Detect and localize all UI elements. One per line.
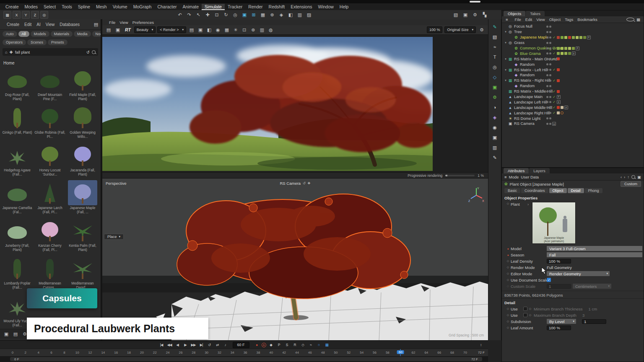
animate-diamond-icon[interactable]: ◇ — [505, 278, 511, 282]
asset-sort-icon[interactable]: ▤ — [12, 330, 19, 338]
redshift-material-tag[interactable] — [557, 90, 560, 93]
camera-move-icon[interactable]: ✚ — [308, 181, 311, 185]
go-to-end-button[interactable]: ▶| — [198, 342, 205, 348]
spline-icon[interactable]: ≈ — [491, 44, 499, 50]
aov-icon[interactable]: ▥ — [258, 26, 266, 34]
axis-gizmo[interactable]: Y X Z — [468, 186, 485, 203]
material-tag[interactable] — [557, 111, 560, 114]
material-tag[interactable] — [568, 47, 571, 50]
previous-frame-button[interactable]: ◀ — [174, 342, 181, 348]
asset-item[interactable]: Mediterranean Dwarf ... — [66, 255, 99, 292]
frame-label-2[interactable]: 2 — [25, 351, 26, 354]
object-name[interactable]: Landscape Left Hill — [514, 100, 547, 104]
subdivision-surface-icon[interactable]: ◎ — [491, 64, 499, 70]
asset-item[interactable]: Lombardy Poplar (Fall... — [1, 255, 34, 292]
object-name[interactable]: Blue Grama — [520, 52, 541, 56]
axis-lock-y-button[interactable]: Y — [22, 11, 30, 19]
asset-item[interactable]: Honey Locust 'Sunbur... — [34, 142, 66, 179]
attr-burger-icon[interactable]: ≡ — [504, 175, 507, 179]
frame-label-52[interactable]: 52 — [347, 351, 351, 354]
record-pla-button[interactable]: ≈ — [308, 342, 314, 348]
loop-button[interactable]: ↺ — [206, 342, 213, 348]
animate-diamond-icon[interactable]: ◇ — [505, 320, 511, 323]
om-menu-file[interactable]: File — [513, 17, 523, 22]
menu-item-volume[interactable]: Volume — [110, 4, 130, 10]
material-tag[interactable] — [561, 106, 564, 109]
enabled-check-icon[interactable]: ✓ — [552, 106, 556, 109]
frame-label-56[interactable]: 56 — [373, 351, 377, 354]
timeline-scale-button[interactable]: ↕ — [478, 342, 484, 348]
asset-item[interactable]: Japanese Camellia (Fal... — [1, 179, 34, 217]
object-name[interactable]: RS Dome Light — [514, 116, 540, 121]
ab-menu-databases[interactable]: Databases — [57, 22, 82, 27]
attr-tab-detail[interactable]: Detail — [568, 188, 584, 193]
ab-menu-edit[interactable]: Edit — [22, 22, 34, 27]
attr-dropdown[interactable]: Variant 3 Full-Grown — [547, 246, 642, 251]
object-row[interactable]: ✿Blue Grama✓F — [502, 51, 644, 56]
om-tab-objects[interactable]: Objects — [504, 11, 525, 16]
frame-label-62[interactable]: 62 — [412, 351, 415, 354]
object-row[interactable]: ▣RS Camera⊡ — [502, 121, 644, 127]
editor-visibility-dot[interactable] — [546, 42, 548, 44]
viewport-canvas[interactable] — [102, 178, 488, 341]
asset-item[interactable]: Dog-Rose (Fall, Plant) — [1, 66, 34, 104]
fcurve-tag-icon[interactable]: F — [564, 106, 568, 109]
capsule-icon[interactable]: ▨ — [305, 11, 313, 18]
animate-diamond-icon[interactable]: ◇ — [505, 307, 511, 310]
material-tag[interactable] — [564, 36, 567, 39]
grid-snap-icon[interactable]: ▦ — [259, 11, 267, 18]
keyframe-selection-button[interactable]: ◆ — [268, 342, 274, 348]
render-visibility-dot[interactable] — [549, 63, 551, 65]
subfilter-tab-presets[interactable]: Presets — [48, 39, 68, 45]
object-row[interactable]: ▾◎Tree — [502, 29, 644, 35]
frame-label-70[interactable]: 70 — [463, 351, 467, 354]
timeline-ruler[interactable]: 72 F 02468101214161820222426283032343638… — [0, 349, 488, 357]
asset-item[interactable]: Kentia Palm (Fall, Plant) — [66, 217, 99, 255]
asset-info-icon[interactable]: ▣ — [3, 330, 10, 338]
render-visibility-dot[interactable] — [549, 112, 551, 114]
record-scale-button[interactable]: S — [284, 342, 290, 348]
material-tag[interactable] — [572, 36, 575, 39]
fit-view-icon[interactable]: ⊕ — [249, 26, 257, 34]
editor-visibility-dot[interactable] — [546, 63, 548, 65]
object-name[interactable]: Tree — [514, 30, 522, 34]
subdivision-mode-dropdown[interactable]: By Level▾ — [547, 319, 576, 324]
asset-item[interactable]: Globe Robinia (Fall, Pl... — [34, 104, 66, 142]
filter-tab-all[interactable]: All — [18, 31, 29, 37]
workplane-icon[interactable]: ◈ — [278, 11, 285, 18]
viewport-view-label[interactable]: Perspective — [106, 181, 127, 186]
animate-diamond-icon[interactable]: ◇ — [505, 272, 511, 275]
attr-value[interactable]: Full Geometry — [547, 265, 572, 270]
render-visibility-dot[interactable] — [549, 69, 551, 71]
editor-visibility-dot[interactable] — [546, 52, 548, 54]
object-row[interactable]: ☀RS Dome Light — [502, 116, 644, 121]
bucket-dropdown[interactable]: < Render >▾ — [157, 26, 186, 33]
material-tag[interactable] — [568, 36, 571, 39]
back-icon[interactable]: ‹ — [621, 175, 622, 179]
ab-compare-icon[interactable]: ◧ — [205, 26, 213, 34]
material-tag[interactable] — [557, 47, 560, 50]
camera-target-icon[interactable]: ⊡ — [552, 122, 556, 126]
modeling-axis-icon[interactable]: ⊕ — [268, 11, 276, 18]
edit-render-settings-button[interactable]: ⚙ — [471, 11, 479, 18]
menu-item-extensions[interactable]: Extensions — [288, 4, 315, 10]
ab-menu-create[interactable]: Create — [4, 22, 22, 27]
record-keyframe-button[interactable]: ● — [254, 342, 260, 348]
camera-reset-icon[interactable]: ↺ — [303, 181, 306, 185]
frame-label-32[interactable]: 32 — [218, 351, 221, 354]
render-view-button[interactable]: ▧ — [452, 11, 460, 18]
frame-label-20[interactable]: 20 — [140, 351, 144, 354]
material-tag[interactable] — [561, 52, 564, 55]
viewport-filter-icon[interactable]: ▥ — [296, 11, 304, 18]
object-name[interactable]: Landscape Right Hill — [514, 111, 550, 115]
play-sound-button[interactable]: ♪ — [222, 342, 229, 348]
pass-dropdown[interactable]: Beauty▾ — [134, 26, 156, 33]
render-image[interactable] — [102, 37, 433, 171]
object-row[interactable]: ▦RS Matrix - Middle Hill✓ — [502, 89, 644, 94]
next-key-button[interactable]: ▶▶ — [190, 342, 197, 348]
zoom-field[interactable]: 100 % — [427, 26, 443, 33]
render-visibility-dot[interactable] — [549, 42, 551, 44]
record-rotation-button[interactable]: R — [292, 342, 298, 348]
filter-tab-nodes[interactable]: Nodes — [92, 31, 101, 37]
redshift-material-tag[interactable] — [557, 106, 560, 109]
